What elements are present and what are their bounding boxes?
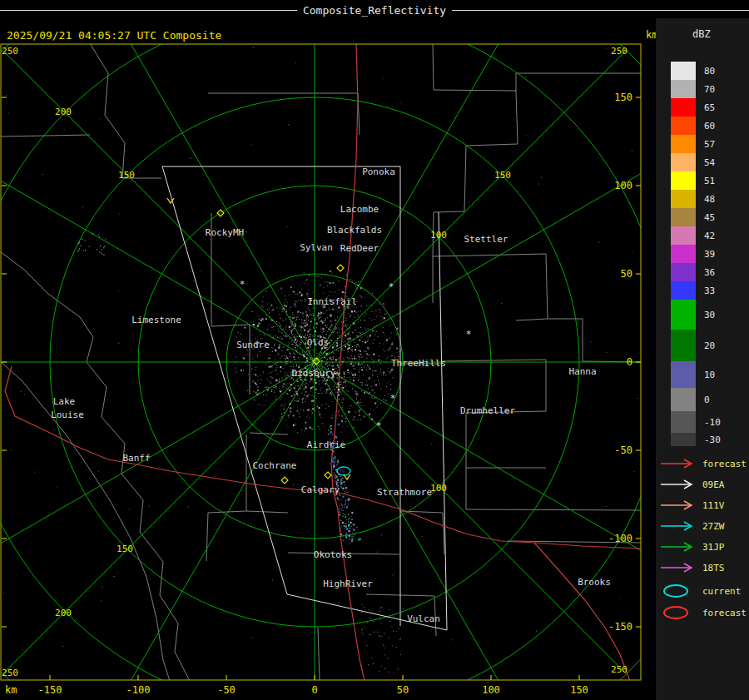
city-label: Sylvan: [300, 242, 333, 253]
track-arrow-icon: [659, 519, 697, 534]
city-label: Okotoks: [314, 549, 352, 560]
range-label: 150: [494, 170, 511, 181]
radar-sector-outline: [287, 594, 447, 630]
dbz-value-label: 65: [704, 102, 715, 113]
dbz-band--10: [671, 411, 696, 433]
legend-ellipse-current: current: [659, 583, 741, 598]
track-arrow-icon: [659, 477, 697, 492]
dbz-value-label: 57: [704, 139, 715, 150]
dbz-band-42: [671, 226, 696, 245]
radar-site-diamond-icon: [325, 472, 331, 479]
range-label: 250: [2, 46, 18, 57]
dbz-value-label: 48: [704, 194, 715, 205]
county-boundary: [466, 468, 641, 510]
city-label: Brooks: [578, 577, 611, 588]
city-label: Banff: [122, 453, 150, 464]
dbz-value-label: 45: [704, 212, 715, 223]
legend-track-label: forecast: [702, 459, 747, 469]
city-label: RockyMH: [206, 227, 244, 238]
city-label: Louise: [51, 410, 84, 420]
y-axis-label: -100: [608, 533, 632, 544]
range-label: 100: [430, 483, 447, 494]
legend-track-label: 111V: [702, 500, 725, 511]
x-axis-label: -150: [38, 684, 62, 696]
azimuth-line: [315, 43, 535, 362]
city-label: Hanna: [568, 366, 596, 377]
dbz-colorbar: [671, 62, 696, 446]
county-boundary: [0, 251, 80, 317]
dbz-value-label: 20: [704, 340, 715, 351]
station-star-icon: *: [466, 329, 472, 340]
range-label: 250: [611, 46, 627, 57]
county-boundary: [80, 317, 190, 681]
legend-track-label: 09EA: [702, 479, 725, 490]
y-axis-label: 150: [614, 92, 632, 103]
legend-arrow-18TS: 18TS: [659, 560, 725, 575]
city-label: Cochrane: [253, 460, 297, 471]
azimuth-line: [2, 362, 315, 674]
city-label: Drumheller: [460, 405, 516, 416]
dbz-band-20: [671, 330, 696, 361]
county-boundary: [250, 433, 288, 434]
x-axis-label: -50: [217, 684, 236, 696]
dbz-value-label: 33: [704, 285, 715, 296]
highway-line: [534, 543, 630, 681]
city-label: Stettler: [464, 234, 508, 245]
reflectivity-echo: [3, 47, 638, 673]
dbz-value-label: -30: [704, 434, 721, 445]
city-label: HighRiver: [323, 578, 373, 589]
station-star-icon: *: [390, 393, 396, 404]
dbz-value-label: 51: [704, 176, 715, 186]
dbz-value-label: 10: [704, 370, 715, 380]
storm-ellipse-icon: [659, 605, 697, 620]
county-boundary: [206, 511, 246, 561]
city-label: Olds: [307, 337, 330, 348]
city-label: Limestone: [131, 315, 181, 325]
city-label: Lake: [53, 396, 76, 407]
county-boundary: [318, 628, 320, 681]
track-arrow-icon: [659, 539, 697, 554]
dbz-value-label: 0: [704, 395, 710, 405]
city-label: Calgary: [301, 484, 340, 495]
dbz-band-33: [671, 281, 696, 300]
county-boundary: [0, 135, 90, 137]
radar-site-diamond-icon: [337, 265, 344, 271]
range-label: 150: [118, 170, 135, 181]
legend-track-label: 18TS: [702, 563, 725, 573]
city-label: Strathmore: [377, 487, 432, 498]
city-label: Innisfail: [307, 296, 357, 307]
range-label: 250: [611, 664, 627, 675]
track-arrow-icon: [659, 498, 697, 513]
dbz-band-57: [671, 135, 696, 153]
y-axis-label: 0: [627, 356, 632, 368]
titlebar-rule-right: [452, 10, 749, 11]
range-label: 150: [117, 544, 133, 554]
x-axis-label: 100: [482, 684, 500, 696]
city-label: Ponoka: [362, 166, 395, 177]
legend-arrow-111V: 111V: [659, 498, 725, 513]
county-boundary: [433, 254, 641, 362]
city-label: Didsbury: [292, 368, 336, 379]
dbz-value-label: -10: [704, 417, 721, 428]
x-axis-label: 150: [570, 684, 588, 696]
legend-track-label: current: [702, 586, 741, 597]
station-star-icon: *: [240, 279, 246, 290]
legend-track-label: forecast: [702, 608, 747, 618]
titlebar-rule-left: [0, 10, 297, 11]
station-star-icon: *: [389, 281, 394, 292]
county-boundary: [246, 434, 288, 513]
y-axis-label: -150: [608, 621, 632, 633]
dbz-band-10: [671, 361, 696, 388]
legend-arrow-09EA: 09EA: [659, 477, 725, 492]
city-label: Sundre: [236, 340, 270, 350]
city-label: ThreeHills: [391, 358, 446, 369]
legend-panel: dBZ 807065605754514845423936333020100-10…: [656, 18, 749, 700]
azimuth-line: [94, 362, 315, 700]
radar-sector-outline: [439, 212, 447, 630]
dbz-band-45: [671, 208, 696, 226]
dbz-band-54: [671, 153, 696, 171]
range-label: 100: [430, 230, 447, 241]
track-arrow-icon: [659, 560, 697, 575]
dbz-value-label: 36: [704, 267, 715, 278]
dbz-band-48: [671, 190, 696, 208]
